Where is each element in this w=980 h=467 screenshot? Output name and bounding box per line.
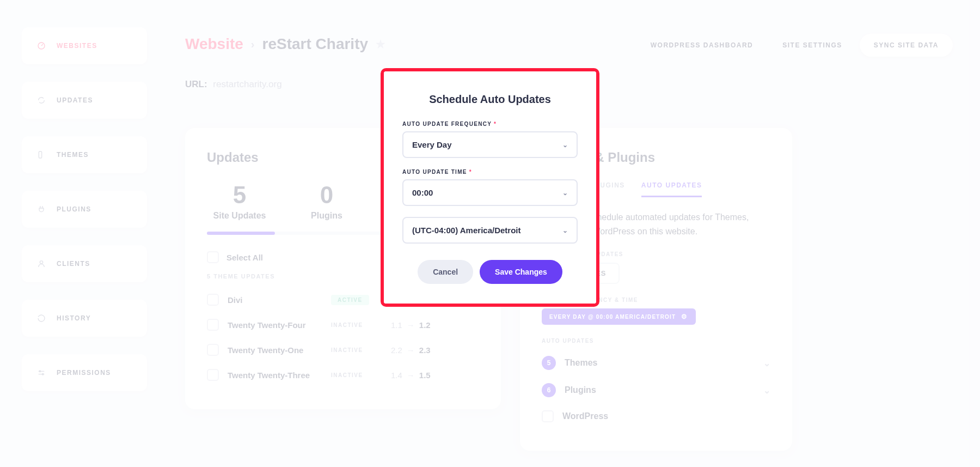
modal-title: Schedule Auto Updates: [402, 93, 578, 106]
time-select[interactable]: 00:00 ⌄: [402, 179, 578, 206]
timezone-select[interactable]: (UTC-04:00) America/Detroit ⌄: [402, 217, 578, 244]
chevron-down-icon: ⌄: [562, 189, 568, 197]
modal-highlight-border: Schedule Auto Updates Auto Update Freque…: [381, 68, 599, 307]
save-changes-button[interactable]: Save Changes: [480, 260, 562, 284]
schedule-auto-updates-modal: Schedule Auto Updates Auto Update Freque…: [384, 71, 596, 304]
chevron-down-icon: ⌄: [562, 227, 568, 234]
frequency-select[interactable]: Every Day ⌄: [402, 131, 578, 158]
modal-overlay[interactable]: Schedule Auto Updates Auto Update Freque…: [0, 0, 980, 467]
cancel-button[interactable]: Cancel: [418, 260, 473, 284]
time-field-label: Auto Update Time *: [402, 169, 578, 175]
chevron-down-icon: ⌄: [562, 141, 568, 149]
frequency-field-label: Auto Update Frequency *: [402, 121, 578, 127]
